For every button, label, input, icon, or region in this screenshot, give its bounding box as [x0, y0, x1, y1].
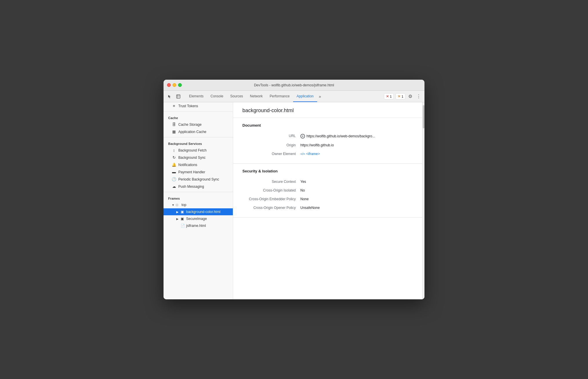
sidebar-item-background-sync-label: Background Sync — [178, 156, 206, 160]
toolbar-right: ✕ 1 ✕ 1 ⚙ ⋮ — [384, 92, 422, 100]
tab-overflow-button[interactable]: » — [317, 94, 323, 99]
document-section-title: Document — [242, 123, 413, 127]
sidebar-section-background: Background Services — [164, 139, 233, 147]
url-label: URL — [242, 134, 300, 138]
jslframe-file-icon: 📄 — [181, 224, 185, 228]
background-fetch-icon: ↕ — [172, 148, 176, 152]
origin-label: Origin — [242, 143, 300, 147]
scrollbar-thumb[interactable] — [423, 105, 424, 128]
payment-handler-icon: ▬ — [172, 170, 176, 174]
owner-element-link[interactable]: </> <iframe> — [300, 152, 320, 156]
sidebar-item-notifications-label: Notifications — [178, 163, 197, 167]
error-icon: ✕ — [386, 94, 389, 99]
devtools-window: DevTools - wolfib.github.io/web-demos/js… — [164, 80, 424, 299]
svg-rect-0 — [177, 95, 180, 98]
sidebar-item-jslframe[interactable]: ▶ 📄 jslframe.html — [164, 222, 233, 229]
url-text: https://wolfib.github.io/web-demos/backg… — [306, 134, 375, 138]
minimize-button[interactable] — [173, 83, 176, 87]
secure-context-row: Secure Context Yes — [242, 177, 413, 186]
secure-context-label: Secure Context — [242, 180, 300, 184]
main-layout: ≡ Trust Tokens Cache 🗄 Cache Storage ▦ A… — [164, 102, 424, 299]
cache-storage-icon: 🗄 — [172, 122, 176, 127]
tab-network[interactable]: Network — [246, 91, 266, 102]
cross-origin-embedder-value: None — [300, 197, 309, 201]
cross-origin-embedder-label: Cross-Origin Embedder Policy — [242, 197, 300, 201]
cross-origin-embedder-row: Cross-Origin Embedder Policy None — [242, 195, 413, 203]
url-row: URL ⊕ https://wolfib.github.io/web-demos… — [242, 132, 413, 141]
top-folder-icon: □ — [176, 203, 180, 207]
tab-sources[interactable]: Sources — [227, 91, 246, 102]
more-options-icon[interactable]: ⋮ — [415, 92, 422, 100]
cross-origin-opener-row: Cross-Origin Opener Policy UnsafeNone — [242, 203, 413, 212]
scrollbar[interactable] — [422, 102, 424, 299]
page-title: background-color.html — [242, 107, 413, 114]
close-button[interactable] — [167, 83, 171, 87]
secure-image-arrow-icon: ▶ — [176, 217, 179, 221]
inspect-icon[interactable] — [175, 93, 182, 100]
url-value: ⊕ https://wolfib.github.io/web-demos/bac… — [300, 134, 375, 139]
application-cache-icon: ▦ — [172, 130, 176, 134]
sidebar-item-background-fetch-label: Background Fetch — [178, 148, 206, 152]
sidebar-item-background-color-label: background-color.html — [186, 210, 220, 214]
background-sync-icon: ↻ — [172, 155, 176, 160]
url-globe-icon: ⊕ — [300, 134, 305, 139]
divider-cache — [164, 111, 233, 112]
cross-origin-opener-label: Cross-Origin Opener Policy — [242, 206, 300, 210]
sidebar-item-cache-storage[interactable]: 🗄 Cache Storage — [164, 121, 233, 128]
iframe-code-icon: </> — [300, 152, 305, 156]
tab-elements[interactable]: Elements — [186, 91, 207, 102]
sidebar-section-frames: Frames — [164, 194, 233, 201]
cursor-icon[interactable] — [166, 93, 173, 100]
sidebar-item-secure-image[interactable]: ▶ ▣ SecureImage — [164, 215, 233, 222]
sidebar-item-background-fetch[interactable]: ↕ Background Fetch — [164, 147, 233, 154]
settings-icon[interactable]: ⚙ — [407, 92, 413, 100]
sidebar-item-top[interactable]: ▼ □ top — [164, 201, 233, 208]
sidebar-item-trust-tokens[interactable]: ≡ Trust Tokens — [164, 102, 233, 110]
cross-origin-isolated-text: No — [300, 188, 305, 192]
devtools-toolbar: Elements Console Sources Network Perform… — [164, 91, 424, 102]
divider-background — [164, 137, 233, 137]
tab-console[interactable]: Console — [207, 91, 227, 102]
divider-frames — [164, 192, 233, 192]
notifications-icon: 🔔 — [172, 163, 176, 167]
secure-context-value: Yes — [300, 180, 306, 184]
content-header: background-color.html — [233, 102, 422, 118]
sidebar-item-background-color[interactable]: ▶ ▣ background-color.html — [164, 208, 233, 215]
bg-arrow-icon: ▶ — [176, 210, 179, 214]
devtools-tabs: Elements Console Sources Network Perform… — [186, 91, 383, 102]
sidebar-item-application-cache-label: Application Cache — [178, 130, 206, 134]
sidebar-item-periodic-background-sync[interactable]: 🕐 Periodic Background Sync — [164, 176, 233, 183]
cross-origin-opener-text: UnsafeNone — [300, 206, 320, 210]
owner-element-label: Owner Element — [242, 152, 300, 156]
document-section: Document URL ⊕ https://wolfib.github.io/… — [233, 118, 422, 164]
sidebar-item-push-messaging[interactable]: ☁ Push Messaging — [164, 183, 233, 190]
window-title: DevTools - wolfib.github.io/web-demos/js… — [254, 83, 334, 87]
maximize-button[interactable] — [178, 83, 182, 87]
secure-context-text: Yes — [300, 180, 306, 184]
secure-image-file-icon: ▣ — [181, 217, 185, 221]
sidebar-item-background-sync[interactable]: ↻ Background Sync — [164, 154, 233, 161]
security-section-title: Security & Isolation — [242, 169, 413, 173]
toolbar-icons — [166, 93, 182, 100]
tab-application[interactable]: Application — [293, 91, 317, 102]
cross-origin-isolated-label: Cross-Origin Isolated — [242, 188, 300, 192]
warning-count: 1 — [402, 95, 403, 98]
security-section: Security & Isolation Secure Context Yes … — [233, 164, 422, 218]
cross-origin-isolated-row: Cross-Origin Isolated No — [242, 186, 413, 195]
content-panel: background-color.html Document URL ⊕ htt… — [233, 102, 422, 299]
trust-tokens-icon: ≡ — [172, 104, 176, 108]
bg-file-icon: ▣ — [181, 210, 185, 214]
tab-performance[interactable]: Performance — [266, 91, 293, 102]
error-badge[interactable]: ✕ 1 — [384, 93, 394, 99]
sidebar-item-notifications[interactable]: 🔔 Notifications — [164, 161, 233, 168]
owner-element-value: </> <iframe> — [300, 152, 320, 156]
sidebar: ≡ Trust Tokens Cache 🗄 Cache Storage ▦ A… — [164, 102, 233, 299]
sidebar-item-periodic-sync-label: Periodic Background Sync — [178, 177, 219, 181]
top-arrow-icon: ▼ — [172, 203, 175, 207]
sidebar-item-cache-storage-label: Cache Storage — [178, 123, 202, 127]
warning-badge[interactable]: ✕ 1 — [395, 93, 405, 99]
sidebar-item-trust-tokens-label: Trust Tokens — [178, 104, 198, 108]
origin-text: https://wolfib.github.io — [300, 143, 334, 147]
sidebar-item-payment-handler[interactable]: ▬ Payment Handler — [164, 168, 233, 176]
sidebar-item-application-cache[interactable]: ▦ Application Cache — [164, 128, 233, 135]
